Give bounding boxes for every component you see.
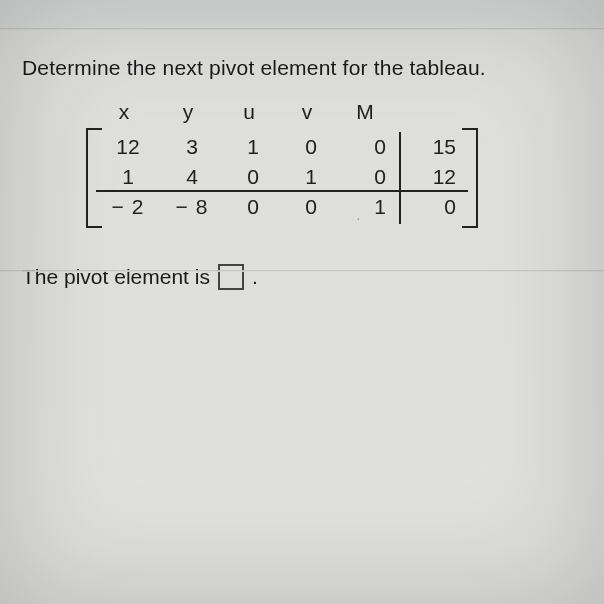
col-header: u (220, 100, 278, 124)
table-cell: 0 (398, 192, 468, 224)
table-cell: 12 (96, 132, 160, 162)
table-cell: 3 (160, 132, 224, 162)
table-cell: 1 (282, 162, 340, 192)
matrix-grid: 12 3 1 0 0 15 1 4 0 1 0 12 − 2 − 8 0 0 .… (92, 128, 472, 228)
question-text: Determine the next pivot element for the… (22, 56, 582, 80)
simplex-tableau: x y u v M 12 3 1 0 0 15 1 4 0 1 (92, 100, 482, 228)
answer-prompt-suffix: . (252, 265, 258, 289)
photo-vignette (0, 0, 604, 604)
table-cell: 15 (398, 132, 468, 162)
answer-prompt-text: The pivot element is (22, 265, 210, 289)
section-divider (0, 270, 604, 272)
col-header: v (278, 100, 336, 124)
table-cell: 0 (340, 162, 398, 192)
table-cell: 4 (160, 162, 224, 192)
table-cell: 0 (224, 192, 282, 224)
table-cell: .1 (340, 192, 398, 224)
matrix: 12 3 1 0 0 15 1 4 0 1 0 12 − 2 − 8 0 0 .… (92, 128, 472, 228)
col-header: x (92, 100, 156, 124)
table-cell: 1 (96, 162, 160, 192)
table-cell: 1 (224, 132, 282, 162)
table-cell: 0 (282, 192, 340, 224)
table-cell: 0 (282, 132, 340, 162)
table-cell: 12 (398, 162, 468, 192)
tableau-headers: x y u v M (92, 100, 482, 124)
table-cell: 0 (340, 132, 398, 162)
objective-row-separator (96, 190, 468, 192)
answer-prompt: The pivot element is . (22, 254, 582, 290)
pivot-element-input[interactable] (218, 264, 244, 290)
table-cell: − 8 (160, 192, 224, 224)
table-cell: − 2 (96, 192, 160, 224)
col-header (394, 100, 464, 124)
table-cell: 0 (224, 162, 282, 192)
col-header: y (156, 100, 220, 124)
col-header: M (336, 100, 394, 124)
rhs-separator (399, 132, 401, 224)
